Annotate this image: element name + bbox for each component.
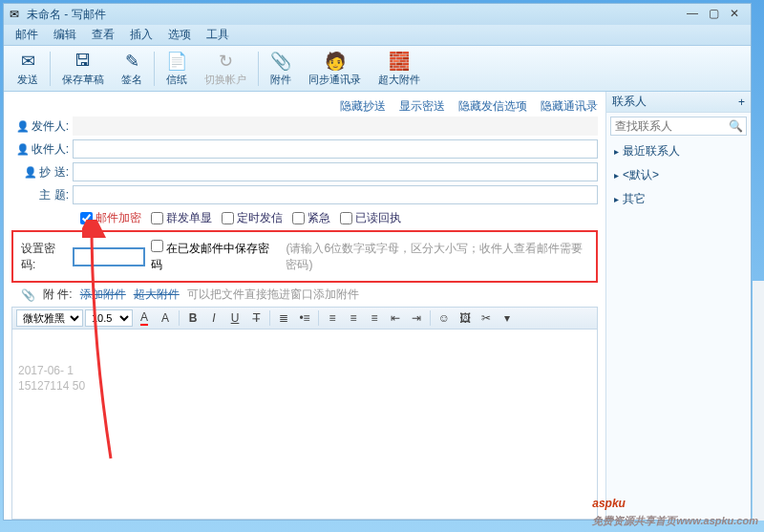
editor-body[interactable]: 2017-06- 1 15127114 50 [11,330,598,520]
toolbar: ✉发送 🖫保存草稿 ✎签名 📄信纸 ↻切换帐户 📎附件 🧑同步通讯录 🧱超大附件 [4,46,751,92]
menu-edit[interactable]: 编辑 [48,25,82,45]
password-hint: (请输入6位数字或字母，区分大小写；收件人查看邮件需要密码) [286,241,588,273]
app-icon: ✉ [10,8,23,21]
signature-icon: ✎ [121,51,142,72]
menu-insert[interactable]: 插入 [124,25,159,45]
switch-icon: ↻ [215,51,236,72]
attach-label: 附 件: [43,287,73,303]
editor-date: 2017-06- 1 [18,364,591,377]
clear-format-button[interactable]: T̶ [246,309,265,328]
highlight-button[interactable]: A [156,309,175,328]
attach-row: 📎 附 件: 添加附件 超大附件 可以把文件直接拖进窗口添加附件 [11,285,598,307]
save-password-checkbox[interactable] [151,240,163,252]
minimize-button[interactable]: — [682,7,703,22]
send-button[interactable]: ✉发送 [10,49,46,89]
save-icon: 🖫 [73,51,94,72]
font-family-select[interactable]: 微软雅黑 [16,309,83,327]
subject-label: 主 题: [11,187,73,203]
indent-button[interactable]: ⇥ [407,309,426,328]
menu-options[interactable]: 选项 [162,25,197,45]
menubar: 邮件 编辑 查看 插入 选项 工具 [4,25,751,46]
window-title: 未命名 - 写邮件 [27,7,106,23]
sync-contacts-button[interactable]: 🧑同步通讯录 [301,49,369,89]
font-size-select[interactable]: 10.5 [85,309,133,327]
password-box: 设置密码: 在已发邮件中保存密码 (请输入6位数字或字母，区分大小写；收件人查看… [11,230,598,283]
link-hide-options[interactable]: 隐藏发信选项 [458,98,527,115]
outdent-button[interactable]: ⇤ [386,309,405,328]
ordered-list-button[interactable]: ≣ [274,309,293,328]
save-draft-button[interactable]: 🖫保存草稿 [54,49,112,89]
font-color-button[interactable]: A [135,309,154,328]
opt-schedule[interactable]: 定时发信 [222,210,283,226]
to-label: 收件人: [11,141,73,158]
contacts-title: 联系人 [612,94,647,110]
editor-phone: 15127114 50 [18,379,591,393]
contacts-group-default[interactable]: <默认> [606,163,751,187]
unordered-list-button[interactable]: •≡ [295,309,314,328]
cc-input[interactable] [73,162,598,181]
stationery-icon: 📄 [166,51,187,72]
switch-account-button: ↻切换帐户 [197,49,254,89]
italic-button[interactable]: I [204,309,223,328]
add-attachment-link[interactable]: 添加附件 [80,287,126,301]
bold-button[interactable]: B [183,309,202,328]
screenshot-button[interactable]: ✂ [477,309,496,328]
from-label: 发件人: [11,118,73,135]
big-file-icon: 🧱 [389,51,410,72]
link-hide-cc[interactable]: 隐藏抄送 [340,98,386,115]
opt-schedule-checkbox[interactable] [222,212,234,224]
subject-input[interactable] [73,185,598,204]
password-input[interactable] [73,247,145,266]
menu-tools[interactable]: 工具 [201,25,235,45]
stationery-button[interactable]: 📄信纸 [159,49,195,89]
maximize-button[interactable]: ▢ [703,7,724,22]
search-icon[interactable]: 🔍 [729,119,743,133]
header-links: 隐藏抄送 显示密送 隐藏发信选项 隐藏通讯录 [11,97,598,115]
opt-encrypt-checkbox[interactable] [80,212,93,224]
opt-urgent-checkbox[interactable] [292,212,305,224]
contacts-group-other[interactable]: 其它 [606,187,751,211]
cc-label: 抄 送: [11,164,73,181]
big-attachment-button[interactable]: 🧱超大附件 [371,49,428,89]
from-value[interactable] [73,117,598,136]
close-button[interactable]: ✕ [724,7,745,22]
attach-tip: 可以把文件直接拖进窗口添加附件 [187,287,359,303]
menu-view[interactable]: 查看 [86,25,120,45]
opt-group-single[interactable]: 群发单显 [151,210,212,226]
attachment-button[interactable]: 📎附件 [263,49,299,89]
align-left-button[interactable]: ≡ [323,309,342,328]
align-center-button[interactable]: ≡ [344,309,363,328]
more-button[interactable]: ▾ [498,309,517,328]
editor-toolbar: 微软雅黑 10.5 A A B I U T̶ ≣ •≡ ≡ ≡ ≡ ⇤ ⇥ ☺ [11,307,598,330]
contacts-icon: 🧑 [325,51,346,72]
image-button[interactable]: 🖼 [456,309,475,328]
watermark: aspku 免费资源共享首页www.aspku.com [592,483,758,528]
signature-button[interactable]: ✎签名 [114,49,150,89]
save-password-option[interactable]: 在已发邮件中保存密码 [151,240,272,273]
align-right-button[interactable]: ≡ [365,309,384,328]
attach-icon: 📎 [21,288,35,302]
opt-group-checkbox[interactable] [151,212,163,224]
add-contact-button[interactable]: + [738,96,745,109]
opt-read-receipt[interactable]: 已读回执 [340,210,401,226]
contacts-group-recent[interactable]: 最近联系人 [606,139,751,163]
emoji-button[interactable]: ☺ [435,309,454,328]
contacts-search-input[interactable] [610,117,747,136]
menu-mail[interactable]: 邮件 [10,25,44,45]
password-label: 设置密码: [21,241,67,273]
titlebar: ✉ 未命名 - 写邮件 — ▢ ✕ [4,4,751,25]
opt-urgent[interactable]: 紧急 [292,210,330,226]
big-attachment-link[interactable]: 超大附件 [134,287,180,301]
underline-button[interactable]: U [225,309,244,328]
contacts-panel: 联系人 + 🔍 最近联系人 <默认> 其它 [605,92,751,520]
send-icon: ✉ [17,51,38,72]
to-input[interactable] [73,139,598,159]
link-hide-contacts[interactable]: 隐藏通讯录 [541,98,598,115]
opt-receipt-checkbox[interactable] [340,212,352,224]
link-show-bcc[interactable]: 显示密送 [399,98,445,115]
paperclip-icon: 📎 [270,51,291,72]
opt-encrypt[interactable]: 邮件加密 [80,210,141,226]
